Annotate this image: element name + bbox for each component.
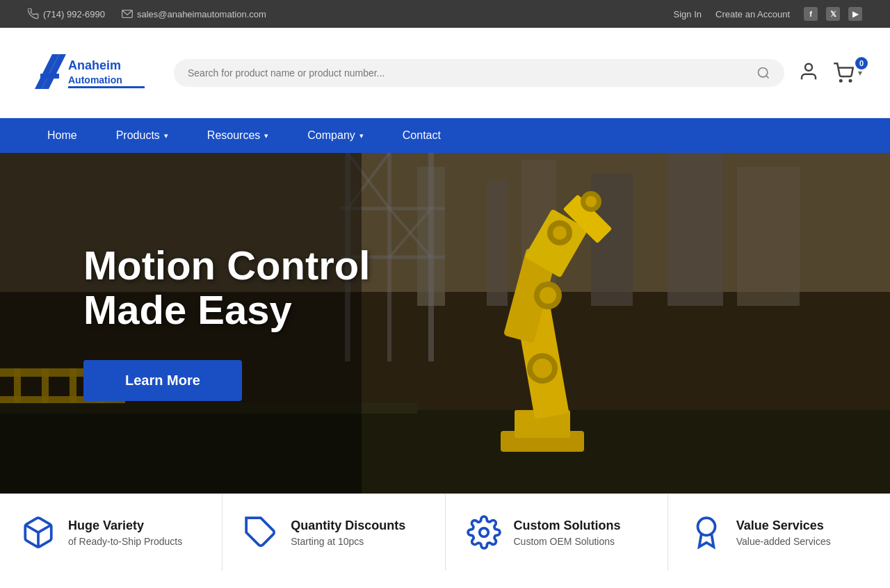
search-bar[interactable] [174,59,784,87]
header: Anaheim Automation 0 ▾ [0,28,890,118]
nav-home[interactable]: Home [28,118,97,153]
svg-text:Automation: Automation [68,74,122,85]
svg-point-7 [759,67,768,76]
svg-point-47 [553,226,567,240]
feature-variety-title: Huge Variety [68,518,182,533]
cart-icon [833,63,854,83]
email-contact[interactable]: sales@anaheimautomation.com [122,9,266,19]
svg-rect-6 [68,86,145,88]
hero-section: Motion Control Made Easy Learn More [0,153,890,493]
signin-link[interactable]: Sign In [674,9,702,19]
svg-text:Anaheim: Anaheim [68,58,121,72]
cart-badge: 0 [855,57,868,70]
logo[interactable]: Anaheim Automation [28,47,160,99]
search-icon [756,66,770,80]
feature-custom: Custom Solutions Custom OEM Solutions [446,494,668,571]
feature-discounts-title: Quantity Discounts [291,518,405,533]
feature-variety: Huge Variety of Ready-to-Ship Products [0,494,222,571]
cart-dropdown-arrow: ▾ [858,68,862,78]
nav-contact[interactable]: Contact [383,118,460,153]
features-row: Huge Variety of Ready-to-Ship Products Q… [0,493,890,571]
phone-number: (714) 992-6990 [43,9,105,19]
svg-line-8 [766,75,769,78]
svg-point-43 [533,359,552,378]
nav-products[interactable]: Products ▾ [97,118,188,153]
svg-point-55 [697,518,715,535]
feature-discounts-subtitle: Starting at 10pcs [291,536,405,547]
svg-point-54 [479,528,488,537]
box-icon [21,515,56,550]
twitter-icon[interactable]: 𝕏 [826,7,840,21]
svg-point-45 [540,287,556,304]
svg-rect-18 [668,153,723,306]
facebook-icon[interactable]: f [804,7,818,21]
hero-content: Motion Control Made Easy Learn More [83,243,370,401]
search-input[interactable] [188,67,750,79]
main-nav: Home Products ▾ Resources ▾ Company ▾ Co… [0,118,890,153]
user-icon[interactable] [798,61,819,85]
resources-dropdown-arrow: ▾ [264,131,268,140]
nav-resources[interactable]: Resources ▾ [188,118,288,153]
svg-rect-3 [40,74,59,79]
svg-point-10 [840,80,842,82]
svg-rect-19 [737,167,800,306]
company-dropdown-arrow: ▾ [359,131,364,140]
email-address: sales@anaheimautomation.com [137,9,266,19]
top-bar: (714) 992-6990 sales@anaheimautomation.c… [0,0,890,28]
svg-rect-15 [487,181,508,306]
feature-custom-subtitle: Custom OEM Solutions [514,536,621,547]
nav-company[interactable]: Company ▾ [288,118,382,153]
feature-custom-title: Custom Solutions [514,518,621,533]
award-icon [689,515,724,550]
youtube-icon[interactable]: ▶ [848,7,862,21]
svg-point-9 [805,63,812,70]
cart-icon-wrap[interactable]: 0 ▾ [833,63,862,83]
feature-variety-subtitle: of Ready-to-Ship Products [68,536,182,547]
feature-value-subtitle: Value-added Services [736,536,831,547]
feature-discounts: Quantity Discounts Starting at 10pcs [222,494,445,571]
feature-value: Value Services Value-added Services [668,494,890,571]
gear-icon [467,515,501,550]
phone-icon [28,8,39,19]
phone-contact[interactable]: (714) 992-6990 [28,8,105,19]
feature-value-title: Value Services [736,518,831,533]
header-icons: 0 ▾ [798,61,862,85]
products-dropdown-arrow: ▾ [164,131,168,140]
learn-more-button[interactable]: Learn More [83,360,242,401]
hero-title: Motion Control Made Easy [83,243,370,332]
email-icon [122,10,133,18]
create-account-link[interactable]: Create an Account [715,9,790,19]
svg-point-50 [585,196,597,207]
svg-point-11 [850,80,852,82]
tag-icon [243,515,278,550]
